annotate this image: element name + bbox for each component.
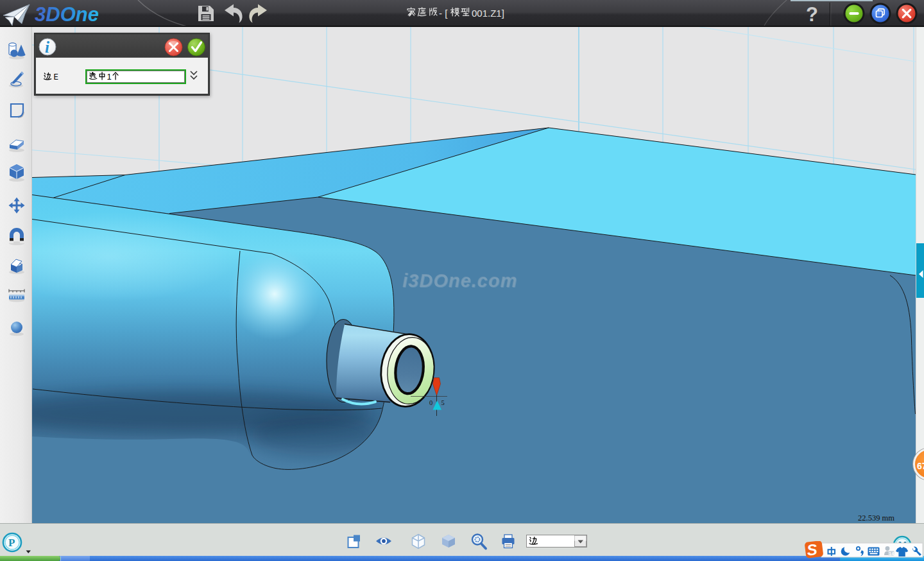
svg-text:i3DOne.com: i3DOne.com: [402, 270, 517, 291]
svg-text:22.539 mm: 22.539 mm: [858, 514, 894, 522]
svg-text:S: S: [806, 541, 818, 558]
svg-text:3DOne: 3DOne: [35, 3, 99, 26]
svg-text:i: i: [45, 39, 49, 56]
svg-text:5: 5: [441, 399, 445, 406]
svg-text:0: 0: [429, 399, 432, 406]
svg-text:E: E: [54, 73, 59, 82]
svg-text:P: P: [8, 537, 15, 549]
svg-text:001.Z1]: 001.Z1]: [472, 8, 504, 19]
svg-text:- [: - [: [439, 8, 448, 19]
svg-text:1: 1: [107, 72, 112, 82]
svg-text:14: 14: [889, 551, 894, 557]
svg-text:?: ?: [806, 3, 818, 26]
